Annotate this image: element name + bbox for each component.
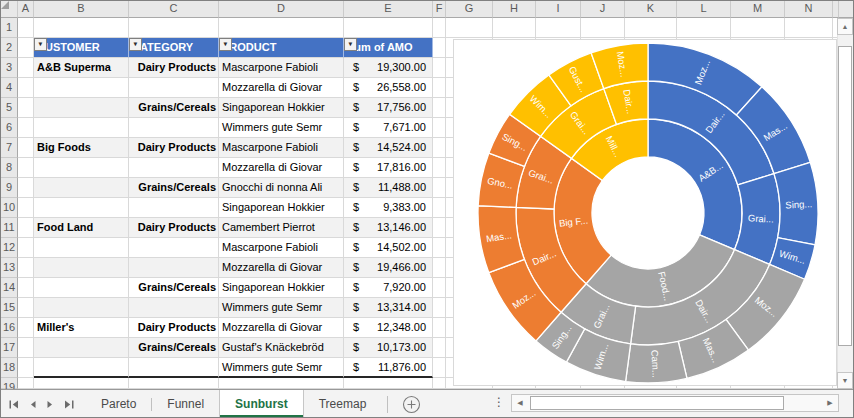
cell-A18[interactable] xyxy=(18,358,34,378)
nav-first-sheet-icon[interactable] xyxy=(9,400,20,409)
cell-C1[interactable] xyxy=(129,18,219,38)
filter-dropdown-category[interactable]: ▾ xyxy=(129,38,142,51)
sheet-tab-treemap[interactable]: Treemap xyxy=(304,390,382,418)
column-header-D[interactable]: D xyxy=(219,1,344,18)
cell-C14[interactable]: Grains/Cereals xyxy=(129,278,219,298)
row-header-9[interactable]: 9 xyxy=(1,178,18,198)
scroll-right-icon[interactable]: ▶ xyxy=(822,395,838,411)
cell-C6[interactable] xyxy=(129,118,219,138)
cell-H1[interactable] xyxy=(493,18,536,38)
row-header-8[interactable]: 8 xyxy=(1,158,18,178)
column-header-B[interactable]: B xyxy=(34,1,129,18)
horizontal-scrollbar[interactable]: ◀ ▶ xyxy=(511,394,839,412)
add-sheet-button[interactable] xyxy=(402,390,421,418)
cell-B2[interactable]: CUSTOMER▾ xyxy=(34,38,129,58)
cell-A4[interactable] xyxy=(18,78,34,98)
row-header-14[interactable]: 14 xyxy=(1,278,18,298)
cell-E10[interactable]: $9,383.00 xyxy=(344,198,433,218)
cell-F12[interactable] xyxy=(433,238,446,258)
cell-F11[interactable] xyxy=(433,218,446,238)
select-all-button[interactable] xyxy=(1,1,18,18)
cell-B9[interactable] xyxy=(34,178,129,198)
column-header-F[interactable]: F xyxy=(433,1,446,18)
cell-N1[interactable] xyxy=(785,18,833,38)
cell-F13[interactable] xyxy=(433,258,446,278)
scroll-left-icon[interactable]: ◀ xyxy=(512,395,528,411)
cell-D3[interactable]: Mascarpone Fabioli xyxy=(219,58,344,78)
cell-D11[interactable]: Camembert Pierrot xyxy=(219,218,344,238)
cell-D13[interactable]: Mozzarella di Giovar xyxy=(219,258,344,278)
cell-A3[interactable] xyxy=(18,58,34,78)
row-header-5[interactable]: 5 xyxy=(1,98,18,118)
cell-E6[interactable]: $7,671.00 xyxy=(344,118,433,138)
sunburst-chart[interactable]: A&B...Dair...Moz...Mas...Grai...Sing...W… xyxy=(453,39,837,386)
sheet-tab-pareto[interactable]: Pareto xyxy=(86,390,151,418)
cell-F6[interactable] xyxy=(433,118,446,138)
cell-D8[interactable]: Mozzarella di Giovar xyxy=(219,158,344,178)
cell-A12[interactable] xyxy=(18,238,34,258)
cell-E13[interactable]: $19,466.00 xyxy=(344,258,433,278)
cell-B3[interactable]: A&B Superma xyxy=(34,58,129,78)
column-header-I[interactable]: I xyxy=(536,1,581,18)
cell-A2[interactable] xyxy=(18,38,34,58)
cell-B10[interactable] xyxy=(34,198,129,218)
cell-C5[interactable]: Grains/Cereals xyxy=(129,98,219,118)
cell-A6[interactable] xyxy=(18,118,34,138)
row-header-12[interactable]: 12 xyxy=(1,238,18,258)
horizontal-scrollbar-thumb[interactable] xyxy=(530,396,784,410)
filter-dropdown-amount[interactable]: ▾ xyxy=(344,38,357,51)
cell-D15[interactable]: Wimmers gute Semr xyxy=(219,298,344,318)
cell-C18[interactable] xyxy=(129,358,219,378)
row-header-10[interactable]: 10 xyxy=(1,198,18,218)
filter-dropdown-product[interactable]: ▾ xyxy=(219,38,232,51)
cell-E8[interactable]: $17,816.00 xyxy=(344,158,433,178)
cell-E4[interactable]: $26,558.00 xyxy=(344,78,433,98)
row-header-11[interactable]: 11 xyxy=(1,218,18,238)
cell-D12[interactable]: Mascarpone Fabioli xyxy=(219,238,344,258)
nav-prev-sheet-icon[interactable] xyxy=(29,400,37,409)
cell-B17[interactable] xyxy=(34,338,129,358)
cell-A8[interactable] xyxy=(18,158,34,178)
cell-B12[interactable] xyxy=(34,238,129,258)
cell-B19[interactable] xyxy=(34,378,129,389)
nav-next-sheet-icon[interactable] xyxy=(46,400,54,409)
column-header-H[interactable]: H xyxy=(493,1,536,18)
cell-B7[interactable]: Big Foods xyxy=(34,138,129,158)
cell-D9[interactable]: Gnocchi di nonna Ali xyxy=(219,178,344,198)
scroll-up-icon[interactable]: ▲ xyxy=(837,18,853,35)
column-header-A[interactable]: A xyxy=(18,1,34,18)
row-header-16[interactable]: 16 xyxy=(1,318,18,338)
cell-E18[interactable]: $11,876.00 xyxy=(344,358,433,378)
cell-D17[interactable]: Gustaf's Knäckebröd xyxy=(219,338,344,358)
column-header-N[interactable]: N xyxy=(785,1,833,18)
cell-D2[interactable]: PRODUCT▾ xyxy=(219,38,344,58)
cell-B1[interactable] xyxy=(34,18,129,38)
cell-E14[interactable]: $7,920.00 xyxy=(344,278,433,298)
row-header-2[interactable]: 2 xyxy=(1,38,18,58)
cell-E7[interactable]: $14,524.00 xyxy=(344,138,433,158)
cell-J1[interactable] xyxy=(581,18,625,38)
cell-D10[interactable]: Singaporean Hokkier xyxy=(219,198,344,218)
column-header-G[interactable]: G xyxy=(446,1,493,18)
cell-F16[interactable] xyxy=(433,318,446,338)
cell-D7[interactable]: Mascarpone Fabioli xyxy=(219,138,344,158)
cell-D6[interactable]: Wimmers gute Semr xyxy=(219,118,344,138)
cell-B16[interactable]: Miller's xyxy=(34,318,129,338)
cell-A13[interactable] xyxy=(18,258,34,278)
cell-L1[interactable] xyxy=(677,18,731,38)
column-header-C[interactable]: C xyxy=(129,1,219,18)
cell-E5[interactable]: $17,756.00 xyxy=(344,98,433,118)
cell-D18[interactable]: Wimmers gute Semr xyxy=(219,358,344,378)
cell-F10[interactable] xyxy=(433,198,446,218)
cell-D19[interactable] xyxy=(219,378,344,389)
cell-F1[interactable] xyxy=(433,18,446,38)
cell-B15[interactable] xyxy=(34,298,129,318)
scroll-down-icon[interactable]: ▼ xyxy=(837,372,853,389)
cell-C11[interactable]: Dairy Products xyxy=(129,218,219,238)
cell-A17[interactable] xyxy=(18,338,34,358)
row-header-15[interactable]: 15 xyxy=(1,298,18,318)
cell-D14[interactable]: Singaporean Hokkier xyxy=(219,278,344,298)
cell-F3[interactable] xyxy=(433,58,446,78)
cell-B14[interactable] xyxy=(34,278,129,298)
row-header-7[interactable]: 7 xyxy=(1,138,18,158)
